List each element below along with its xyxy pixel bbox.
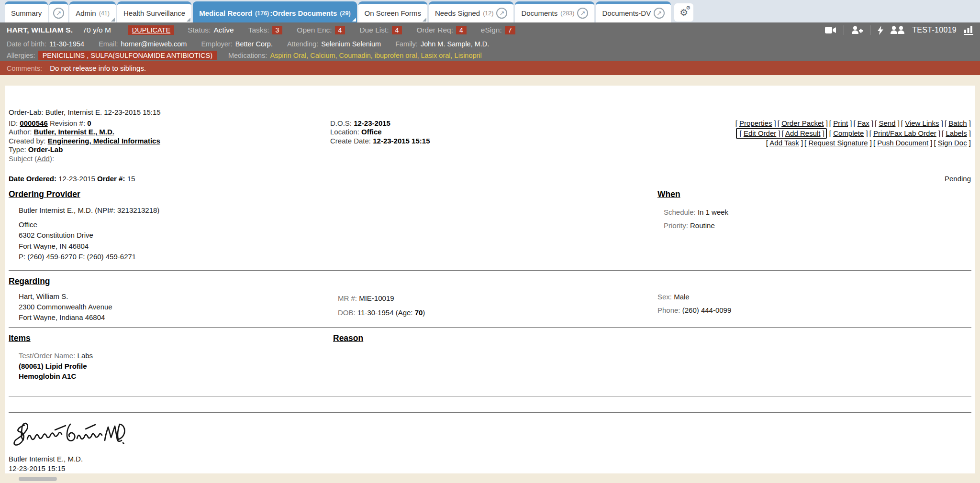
doc-action-batch[interactable]: [ Batch ]	[945, 119, 971, 127]
provider-address: 6302 Constitution Drive	[19, 230, 159, 241]
dob-label: DOB:	[338, 308, 356, 317]
patient-age-sex: 70 y/o M	[82, 26, 111, 34]
doc-action-properties[interactable]: [ Properties ]	[735, 119, 776, 127]
tab-health-surveillance[interactable]: Health Surveillance	[117, 1, 191, 22]
tab-documents-dv[interactable]: Documents-DV ↗	[596, 1, 671, 22]
divider	[870, 25, 870, 35]
tab-count: (12)	[483, 10, 493, 17]
document-meta-middle: D.O.S: 12-23-2015 Location: Office Creat…	[330, 119, 430, 145]
priority-value: Routine	[690, 221, 715, 230]
esign-count-badge[interactable]: 7	[505, 26, 515, 34]
tab-summary[interactable]: Summary	[5, 1, 48, 22]
duplicate-badge[interactable]: DUPLICATE	[128, 25, 174, 35]
order-item: (80061) Lipid Profile	[19, 362, 93, 372]
doc-action-print-fax-lab-order[interactable]: [ Print/Fax Lab Order ]	[869, 129, 940, 137]
patient-header: HART, WILLIAM S. 70 y/o M DUPLICATE Stat…	[0, 22, 980, 61]
open-new-window-icon[interactable]: ↗	[654, 8, 665, 19]
tab-admin[interactable]: Admin (41)	[69, 1, 116, 22]
subject-add-link[interactable]: Add	[37, 154, 50, 163]
tab-label: Needs Signed	[435, 9, 480, 17]
due-list-count-badge[interactable]: 4	[392, 26, 402, 34]
created-by-link[interactable]: Engineering, Medical Informatics	[48, 137, 160, 145]
status-label: Status:	[188, 26, 211, 34]
signer-name: Butler Internist E., M.D.	[9, 454, 83, 464]
comments-bar: Comments: Do not release info to sibling…	[0, 61, 980, 75]
provider-city: Fort Wayne, IN 46804	[19, 241, 159, 252]
open-new-window-icon[interactable]: ↗	[577, 8, 588, 19]
allergies-badge[interactable]: PENICILLINS , SULFA(SULFONAMIDE ANTIBIOT…	[38, 51, 217, 60]
open-enc-label: Open Enc:	[297, 26, 332, 34]
type-value: Order-Lab	[28, 145, 63, 154]
schedule-value: In 1 week	[698, 208, 728, 216]
dos-value: 12-23-2015	[354, 119, 390, 127]
status-value: Active	[213, 26, 234, 34]
document-id-link[interactable]: 0000546	[20, 119, 47, 127]
tab-subcount: (29)	[340, 10, 350, 17]
employer-value: Better Corp.	[235, 40, 273, 48]
dob-value: 11-30-1954	[49, 40, 84, 48]
sex-label: Sex:	[657, 293, 672, 301]
type-label: Type:	[9, 145, 26, 154]
doc-action-labels[interactable]: [ Labels ]	[942, 129, 971, 137]
regarding-city: Fort Wayne, Indiana 46804	[19, 312, 112, 323]
date-ordered-value: 12-23-2015	[58, 175, 95, 183]
tab-summary-popout-button[interactable]: ↗	[49, 1, 68, 22]
tasks-count-badge[interactable]: 3	[272, 26, 283, 34]
signature-image	[10, 417, 125, 451]
section-divider	[9, 327, 971, 328]
tab-label: Documents	[521, 9, 557, 17]
mr-label: MR #:	[338, 294, 357, 302]
doc-action-edit-order[interactable]: [ Edit Order ]	[740, 129, 780, 137]
tab-label: Health Surveillance	[123, 9, 185, 17]
tab-medical-record-orders-documents[interactable]: Medical Record (176) :Orders Documents (…	[193, 1, 356, 22]
tab-on-screen-forms[interactable]: On Screen Forms	[358, 1, 427, 22]
provider-location: Office	[19, 220, 159, 231]
author-link[interactable]: Butler, Internist E., M.D.	[34, 128, 114, 136]
doc-action-request-signature[interactable]: [ Request Signature ]	[804, 139, 872, 147]
section-divider	[9, 412, 971, 413]
tab-label: Summary	[11, 9, 42, 17]
video-visit-icon[interactable]	[825, 26, 836, 34]
doc-action-send[interactable]: [ Send ]	[875, 119, 900, 127]
ordering-provider-block: Butler Internist E., M.D. (NPI#: 3213213…	[19, 205, 159, 263]
patients-icon[interactable]	[891, 26, 905, 34]
date-ordered-label: Date Ordered:	[9, 175, 56, 183]
flowsheet-chart-icon[interactable]	[964, 26, 973, 35]
order-req-count-badge[interactable]: 4	[456, 26, 467, 34]
regarding-mr-block: MR #: MIE-10019 DOB: 11-30-1954 (Age: 70…	[338, 291, 425, 319]
open-new-window-icon: ↗	[53, 8, 64, 19]
tab-settings-button[interactable]: ⚙ ⚙	[674, 3, 693, 22]
tab-documents[interactable]: Documents (283) ↗	[515, 1, 594, 22]
doc-action-sign-doc[interactable]: [ Sign Doc ]	[934, 139, 971, 147]
order-number-value: 15	[127, 175, 135, 183]
comments-label: Comments:	[7, 65, 42, 72]
patient-demographics-row: Date of birth: 11-30-1954 Email: horner@…	[0, 38, 980, 50]
doc-action-complete[interactable]: [ Complete ]	[829, 129, 868, 137]
sex-value: Male	[674, 293, 690, 301]
test-order-name-label: Test/Order Name:	[19, 351, 75, 360]
tab-needs-signed[interactable]: Needs Signed (12) ↗	[429, 1, 513, 22]
medications-list[interactable]: Aspirin Oral, Calcium, Coumadin, ibuprof…	[270, 52, 481, 59]
esign-label: eSign:	[481, 26, 502, 34]
doc-action-fax[interactable]: [ Fax ]	[853, 119, 873, 127]
revision-value: 0	[87, 119, 91, 127]
document-meta-left: ID: 0000546 Revision #: 0 Author: Butler…	[9, 119, 160, 163]
doc-action-view-links[interactable]: [ View Links ]	[901, 119, 943, 127]
add-person-icon[interactable]	[851, 26, 863, 34]
doc-action-add-result[interactable]: [ Add Result ]	[782, 129, 824, 137]
open-enc-count-badge[interactable]: 4	[335, 26, 345, 34]
doc-action-push-document[interactable]: [ Push Document ]	[873, 139, 932, 147]
open-new-window-icon[interactable]: ↗	[496, 8, 507, 19]
gear-small-icon: ⚙	[686, 5, 690, 11]
tab-label: Documents-DV	[602, 9, 651, 17]
lightning-bolt-icon[interactable]	[878, 26, 883, 35]
email-value: horner@mieweb.com	[121, 40, 187, 48]
doc-action-order-packet[interactable]: [ Order Packet ]	[778, 119, 828, 127]
email-label: Email:	[99, 40, 118, 48]
dob-value: 11-30-1954 (Age:	[357, 308, 415, 317]
dob-age: 70	[415, 308, 423, 317]
horizontal-scrollbar-thumb[interactable]	[19, 477, 57, 481]
allergies-label: Allergies:	[7, 52, 35, 59]
doc-action-add-task[interactable]: [ Add Task ]	[766, 139, 803, 147]
doc-action-print[interactable]: [ Print ]	[829, 119, 852, 127]
